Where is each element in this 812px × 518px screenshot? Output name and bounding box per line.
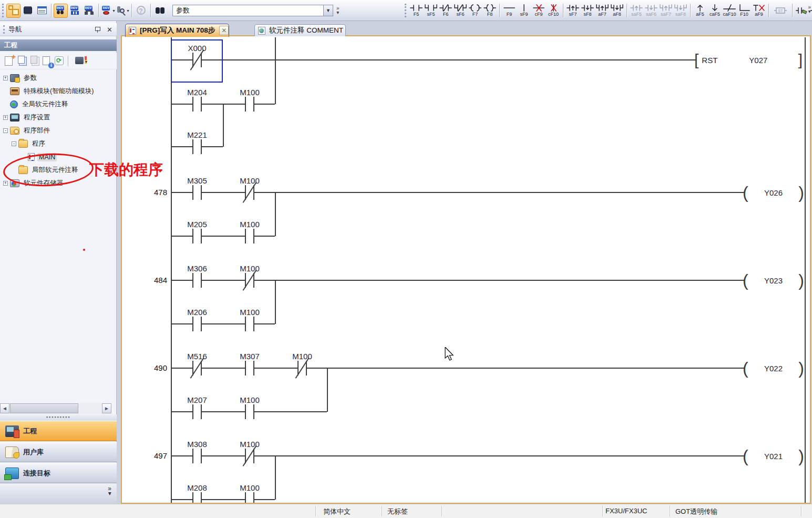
ladder-canvas[interactable]: M204M100M221X000[RSTY027]478M205M100M305…: [122, 36, 810, 503]
ladder-tool-F7-icon[interactable]: F7: [468, 2, 482, 19]
ladder-coil-Y026[interactable]: (Y026): [743, 184, 804, 201]
ladder-contact-M516[interactable]: [186, 360, 209, 377]
ladder-tool-F9-icon[interactable]: F9: [502, 2, 517, 19]
ladder-instruction-RST[interactable]: [RSTY027]: [694, 51, 803, 69]
tab-comment[interactable]: 软元件注释 COMMENT: [254, 24, 346, 36]
ladder-tool-saF7-icon[interactable]: saF7: [659, 2, 673, 19]
ladder-contact-M308[interactable]: [186, 448, 209, 464]
ladder-contact-M305[interactable]: [186, 184, 209, 201]
ladder-tool-saF6-icon[interactable]: saF6: [644, 2, 659, 19]
pane-grip[interactable]: [3, 25, 5, 34]
ladder-tool-ist-icon[interactable]: ST: [771, 2, 790, 19]
new-item-button[interactable]: [3, 55, 14, 67]
ladder-contact-M100[interactable]: [238, 228, 261, 245]
help-icon[interactable]: ?: [134, 4, 148, 18]
ladder-tool-caF5-icon[interactable]: caF5: [707, 2, 722, 19]
refresh-button[interactable]: ⟳: [53, 55, 65, 67]
close-pane-icon[interactable]: ✕: [107, 26, 112, 34]
tree-expand-icon[interactable]: -: [12, 141, 16, 146]
ladder-contact-M306[interactable]: [186, 272, 209, 289]
sidebar-item-特殊模块(智能功能模块)[interactable]: 特殊模块(智能功能模块): [0, 85, 117, 98]
ladder-tool-F6-icon[interactable]: F6: [438, 2, 453, 19]
ladder-tool-sF6-icon[interactable]: sF6: [453, 2, 468, 19]
tree-expand-icon[interactable]: +: [3, 76, 8, 80]
toolbar-overflow-chevron[interactable]: »▾: [336, 6, 340, 15]
property-button[interactable]: [40, 55, 52, 67]
view-selector-overflow-icon[interactable]: »▾: [108, 486, 111, 496]
view-button-连接目标[interactable]: 连接目标: [0, 463, 117, 483]
pin-icon[interactable]: [94, 26, 101, 33]
ladder-tool-saF5-icon[interactable]: saF5: [629, 2, 644, 19]
combo-dropdown-icon[interactable]: ▼: [323, 5, 333, 16]
ladder-tool-F8-icon[interactable]: F8: [482, 2, 497, 19]
module-config-icon[interactable]: [20, 4, 35, 18]
scroll-right-icon[interactable]: ►: [102, 403, 111, 413]
ladder-coil-Y021[interactable]: (Y021): [743, 447, 804, 465]
toolbar-grip[interactable]: [2, 4, 4, 17]
sidebar-item-程序设置[interactable]: +程序设置: [0, 111, 117, 124]
ladder-tool-aF8-icon[interactable]: aF8: [610, 2, 624, 19]
view-button-工程[interactable]: 工程: [0, 421, 117, 441]
device-test-icon[interactable]: DEV: [82, 4, 96, 18]
sidebar-item-参数[interactable]: +参数: [0, 72, 117, 85]
ladder-contact-M100[interactable]: [238, 272, 261, 289]
ladder-tool-aF5-icon[interactable]: aF5: [693, 2, 707, 19]
sidebar-hscrollbar[interactable]: ◄ ►: [0, 403, 111, 414]
sidebar-item-程序[interactable]: -程序: [0, 137, 117, 150]
ladder-tool-cF10-icon[interactable]: cF10: [546, 2, 561, 19]
device-search-icon[interactable]: ▾: [115, 4, 129, 18]
ladder-tool-F5-icon[interactable]: F5: [409, 2, 424, 19]
ladder-tool-sF5-icon[interactable]: sF5: [424, 2, 438, 19]
device-display-icon[interactable]: DEV▾: [101, 4, 115, 18]
ladder-contact-M100[interactable]: [238, 491, 261, 503]
paste-button[interactable]: [28, 55, 39, 67]
ladder-contact-M221[interactable]: [186, 138, 209, 155]
sidebar-item-全局软元件注释[interactable]: 全局软元件注释: [0, 98, 117, 111]
tree-expand-icon[interactable]: +: [3, 181, 8, 186]
ladder-coil-Y022[interactable]: (Y022): [743, 359, 804, 377]
tree-expand-icon[interactable]: +: [3, 115, 8, 120]
sort-button[interactable]: ▾: [71, 55, 87, 67]
ladder-tool-caF10-icon[interactable]: caF10: [722, 2, 737, 19]
copy-button[interactable]: [15, 55, 27, 67]
scroll-left-icon[interactable]: ◄: [0, 403, 9, 413]
ladder-contact-M207[interactable]: [186, 403, 209, 420]
sidebar-item-程序部件[interactable]: -程序部件: [0, 124, 117, 137]
work-window-icon[interactable]: [35, 4, 49, 18]
ladder-contact-M205[interactable]: [186, 228, 209, 245]
navigation-window-toggle-icon[interactable]: [6, 4, 20, 18]
ladder-contact-M100[interactable]: [291, 360, 314, 377]
ladder-tool-edit1-icon[interactable]: [795, 2, 809, 19]
ladder-contact-M100[interactable]: [238, 448, 261, 464]
toolbar-overflow-chevron-2[interactable]: »▾: [808, 5, 811, 14]
ladder-contact-M100[interactable]: [238, 316, 261, 332]
view-button-用户库[interactable]: 用户库: [0, 442, 117, 462]
find-icon[interactable]: [153, 4, 167, 18]
scroll-thumb[interactable]: [10, 403, 78, 413]
toolbar-grip-2[interactable]: [405, 4, 407, 17]
ladder-coil-Y023[interactable]: (Y023): [743, 271, 804, 289]
tree-expand-icon[interactable]: -: [3, 128, 8, 133]
device-combo[interactable]: 参数 ▼: [172, 5, 333, 16]
ladder-contact-M307[interactable]: [238, 360, 261, 377]
ladder-tool-cF9-icon[interactable]: cF9: [531, 2, 546, 19]
device-find-icon[interactable]: DEV: [54, 4, 68, 18]
ladder-tool-sF7-icon[interactable]: sF7: [566, 2, 580, 19]
ladder-tool-saF8-icon[interactable]: saF8: [673, 2, 688, 19]
ladder-tool-sF9-icon[interactable]: sF9: [517, 2, 531, 19]
ladder-tool-F10-icon[interactable]: F10: [737, 2, 752, 19]
ladder-contact-M206[interactable]: [186, 316, 209, 332]
tab-main-program[interactable]: [PRG]写入 MAIN 708步✕: [125, 24, 229, 37]
device-batch-icon[interactable]: DEV: [68, 4, 82, 18]
tab-close-icon[interactable]: ✕: [219, 26, 229, 35]
ladder-contact-M204[interactable]: [186, 96, 209, 113]
ladder-tool-aF7-icon[interactable]: aF7: [595, 2, 610, 19]
ladder-tool-sF8-icon[interactable]: sF8: [580, 2, 595, 19]
ladder-contact-M100[interactable]: [238, 96, 261, 113]
ladder-contact-M208[interactable]: [186, 491, 209, 503]
ladder-contact-M100[interactable]: [238, 403, 261, 420]
ladder-tool-aF9-icon[interactable]: aF9: [752, 2, 766, 19]
coil-device: Y026: [764, 188, 783, 197]
pane-splitter[interactable]: ▪▪▪▪▪▪▪▪▪: [0, 414, 117, 421]
ladder-contact-M100[interactable]: [238, 184, 261, 201]
